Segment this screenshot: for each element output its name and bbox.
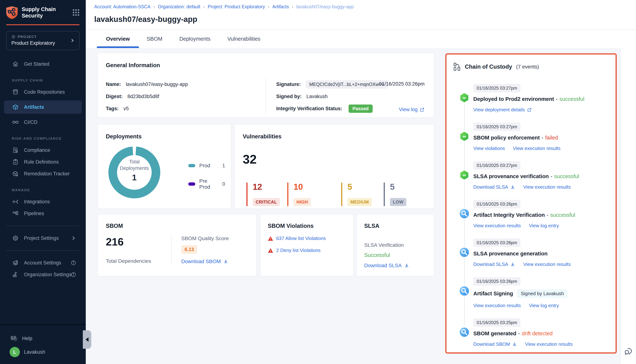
event-title: SBOM policy enforcement — [473, 135, 540, 141]
box-remediate-icon — [12, 170, 19, 178]
allow-list-violations-link[interactable]: 637 Allow list Violations — [276, 236, 326, 241]
vertical-divider — [266, 78, 266, 115]
sidebar-item-rule-definitions[interactable]: Rule Definitions — [0, 156, 86, 168]
view-log-link[interactable]: View log — [399, 107, 424, 112]
deployments-card: Deployments Total Deployments 1 Prod 1 P… — [98, 124, 231, 209]
app-grid-icon[interactable] — [72, 8, 80, 17]
sidebar-item-pipelines[interactable]: Pipelines — [0, 208, 86, 219]
tab-deployments[interactable]: Deployments — [179, 30, 210, 48]
signature-timestamp: 01/16/2025 03:26pm — [379, 81, 424, 87]
view-execution-results-link[interactable]: View execution results — [473, 223, 521, 228]
breadcrumb-artifacts[interactable]: Artifacts — [272, 4, 289, 10]
chain-of-custody-card: Chain of Custody (7 events) ∞ 01/16/2025… — [445, 53, 617, 354]
chain-events-timeline: ∞ 01/16/2025 03:27pm Deployed to Prod2 e… — [453, 84, 609, 347]
sidebar-nav: Get Started SUPPLY CHAIN Code Repositori… — [0, 58, 86, 280]
scan-circle-icon — [459, 208, 470, 219]
pipeline-hexagon-icon: ∞ — [459, 131, 470, 142]
sidebar-collapse-handle[interactable] — [83, 330, 91, 349]
project-selector[interactable]: PROJECT Product Exploratory — [6, 31, 80, 50]
view-execution-results-link[interactable]: View execution results — [523, 184, 571, 190]
card-title: General Information — [106, 62, 426, 69]
svg-text:∞: ∞ — [463, 172, 466, 178]
home-icon — [12, 60, 19, 68]
avatar: L — [10, 347, 20, 357]
info-icon[interactable] — [71, 272, 76, 277]
slsa-status: Successful — [364, 252, 427, 258]
view-execution-results-link[interactable]: View execution results — [473, 303, 521, 308]
download-sbom-link[interactable]: Download SBOM — [473, 341, 517, 347]
event-timestamp: 01/16/2025 03:25pm — [473, 318, 520, 327]
medium-count: 5 — [348, 182, 384, 191]
content: General Information Name:lavakush07/easy… — [86, 48, 636, 364]
card-title: Deployments — [106, 133, 223, 140]
scan-circle-icon — [459, 327, 470, 338]
download-sbom-link[interactable]: Download SBOM — [181, 258, 229, 264]
deny-list-violations-link[interactable]: 2 Deny list Violations — [276, 248, 320, 253]
pipelines-icon — [12, 210, 19, 217]
page-title: lavakush07/easy-buggy-app — [94, 15, 636, 29]
sidebar-item-account-settings[interactable]: Account Settings — [0, 257, 86, 269]
download-icon — [404, 263, 409, 268]
sidebar-item-get-started[interactable]: Get Started — [0, 58, 86, 70]
sidebar-item-code-repositories[interactable]: Code Repositories — [0, 86, 86, 98]
external-link-icon — [527, 108, 532, 112]
tab-sbom[interactable]: SBOM — [147, 30, 162, 48]
event-timestamp: 01/16/2025 03:27pm — [473, 84, 520, 92]
chain-event: 01/16/2025 03:26pm SLSA provenance gener… — [453, 238, 609, 267]
view-execution-results-link[interactable]: View execution results — [525, 341, 572, 347]
events-count: (7 events) — [516, 64, 539, 70]
event-timestamp: 01/16/2025 03:26pm — [473, 238, 520, 247]
breadcrumb-organization[interactable]: Organization: default — [158, 4, 200, 10]
breadcrumb-separator: › — [154, 4, 155, 10]
breadcrumb-separator: › — [292, 4, 293, 10]
view-execution-results-link[interactable]: View execution results — [523, 262, 571, 267]
svg-text:?: ? — [12, 336, 14, 339]
download-slsa-link[interactable]: Download SLSA — [473, 262, 515, 267]
sidebar-item-cicd[interactable]: CI/CD — [0, 116, 86, 128]
dash: - — [518, 330, 520, 336]
signature-value: MEQCICde2VjIT...bL+2+mqnOXw== — [306, 80, 388, 88]
svg-text:∞: ∞ — [463, 95, 466, 100]
tab-overview[interactable]: Overview — [106, 30, 130, 48]
view-log-entry-link[interactable]: View log entry — [529, 303, 559, 308]
help-label: Help — [22, 336, 32, 341]
dash: - — [556, 96, 558, 102]
card-title: Vulnerabilities — [243, 133, 426, 140]
high-badge: HIGH — [294, 198, 311, 206]
clipboard-check-icon — [12, 158, 19, 166]
sidebar-item-compliance[interactable]: Compliance — [0, 144, 86, 156]
download-icon — [510, 262, 515, 267]
chain-of-custody-header: Chain of Custody (7 events) — [453, 62, 609, 71]
legend-value: 0 — [222, 181, 225, 187]
view-violations-link[interactable]: View violations — [473, 146, 505, 151]
breadcrumb-project[interactable]: Project: Product Exploratory — [208, 4, 265, 10]
sidebar-item-label: Compliance — [24, 148, 50, 153]
view-execution-results-link[interactable]: View execution results — [513, 146, 560, 151]
view-log-entry-link[interactable]: View log entry — [529, 223, 559, 228]
sidebar-item-project-settings[interactable]: Project Settings — [0, 232, 86, 244]
user-menu[interactable]: L Lavakush — [0, 345, 86, 359]
sidebar-item-remediation-tracker[interactable]: Remediation Tracker — [0, 168, 86, 180]
breadcrumb-current[interactable]: lavakush07/easy-buggy-app — [296, 4, 354, 10]
sidebar-item-artifacts[interactable]: Artifacts — [4, 100, 82, 114]
card-title: Chain of Custody — [465, 64, 512, 70]
breadcrumb-account[interactable]: Account: Automation-SSCA — [94, 4, 150, 10]
download-slsa-link[interactable]: Download SLSA — [364, 262, 427, 268]
tab-vulnerabilities[interactable]: Vulnerabilities — [228, 30, 260, 48]
sidebar-item-integrations[interactable]: Integrations — [0, 196, 86, 208]
app-title: Supply Chain Security — [22, 6, 72, 19]
brand-accent-rule — [6, 24, 80, 25]
download-icon — [512, 342, 517, 347]
sidebar-item-organization-settings[interactable]: Organization Settings — [0, 269, 86, 280]
help-button[interactable]: ? Help — [0, 332, 86, 345]
info-icon[interactable] — [71, 260, 76, 266]
sbom-total: 216 — [106, 236, 171, 248]
chat-bubbles-icon[interactable] — [624, 346, 634, 356]
view-deployment-details-link[interactable]: View deployment details — [473, 107, 532, 112]
sidebar-item-label: Integrations — [24, 199, 50, 205]
vulnerabilities-total: 32 — [243, 152, 426, 166]
sidebar: Supply Chain Security PROJECT Product Ex… — [0, 0, 86, 364]
download-slsa-link[interactable]: Download SLSA — [473, 184, 515, 190]
integrations-icon — [12, 198, 19, 205]
signature-label: Signature: — [276, 82, 301, 87]
